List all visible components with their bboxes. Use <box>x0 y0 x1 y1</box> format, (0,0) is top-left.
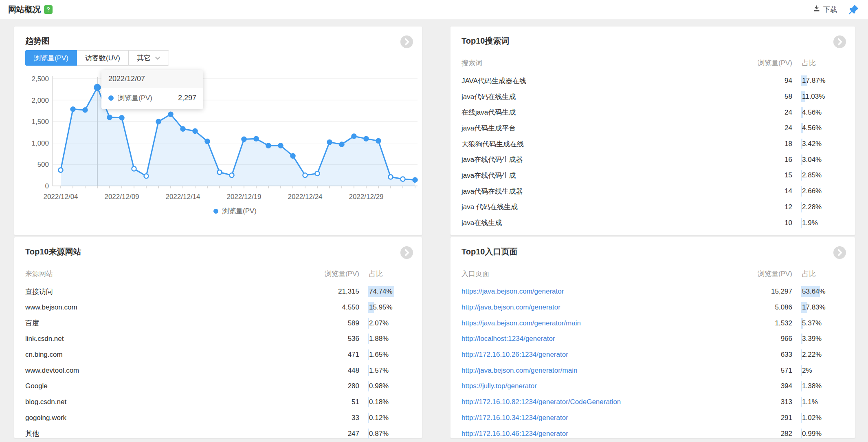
entry-page-link[interactable]: https://java.bejson.com/generator/main <box>461 319 747 327</box>
table-row: http://localhost:1234/generator9663.39% <box>461 331 844 347</box>
data-point[interactable] <box>413 178 418 182</box>
entry-page-link[interactable]: http://172.16.10.34:1234/generator <box>461 414 747 422</box>
pin-icon[interactable] <box>848 5 858 15</box>
data-point[interactable] <box>169 112 173 117</box>
row-pct-value: 2.22% <box>802 351 822 358</box>
entry-page-link[interactable]: https://java.bejson.com/generator <box>461 287 747 296</box>
download-icon <box>813 5 820 14</box>
row-pv-value: 394 <box>747 382 792 390</box>
table-row: java在线代码生成器163.04% <box>461 152 844 168</box>
row-name: java代码在线生成器 <box>461 187 747 196</box>
table-row: http://172.16.10.26:1234/generator6332.2… <box>461 347 844 363</box>
data-point[interactable] <box>83 108 88 112</box>
data-point[interactable] <box>230 173 234 177</box>
row-pct-value: 74.74% <box>369 287 393 295</box>
row-pv-value: 18 <box>747 140 792 148</box>
row-pct-value: 0.99% <box>802 430 822 438</box>
row-pv-value: 536 <box>314 335 359 343</box>
data-point[interactable] <box>156 119 161 124</box>
entry-page-link[interactable]: https://jully.top/generator <box>461 382 747 390</box>
entry-page-link[interactable]: http://172.16.10.46:1234/generator <box>461 430 747 438</box>
row-name: 大狼狗代码生成在线 <box>461 139 747 149</box>
data-point[interactable] <box>218 170 222 175</box>
panel-detail-arrow-icon[interactable] <box>400 246 413 259</box>
row-pct-value: 1.02% <box>802 414 822 422</box>
tab-other-dropdown[interactable]: 其它 <box>128 50 169 66</box>
trend-panel: 趋势图 浏览量(PV) 访客数(UV) 其它 05001,0001,5002,0… <box>14 26 422 235</box>
column-name: 来源网站 <box>25 269 314 278</box>
row-pct-value: 3.42% <box>802 140 822 148</box>
data-point[interactable] <box>401 177 405 181</box>
row-pct-value: 2.07% <box>369 319 389 327</box>
data-point[interactable] <box>144 174 149 178</box>
download-button[interactable]: 下载 <box>813 0 837 19</box>
referrer-panel-title: Top10来源网站 <box>25 246 81 257</box>
help-icon[interactable]: ? <box>44 5 53 14</box>
data-point[interactable] <box>327 140 332 144</box>
row-pct-value: 5.37% <box>802 319 822 327</box>
row-pv-value: 12 <box>747 203 792 211</box>
series-dot-icon <box>108 95 114 101</box>
tab-pv[interactable]: 浏览量(PV) <box>25 50 77 66</box>
data-point[interactable] <box>376 139 381 143</box>
data-point[interactable] <box>108 115 112 119</box>
row-name: JAVA代码生成器在线 <box>461 76 747 86</box>
data-point[interactable] <box>181 127 185 131</box>
column-pv: 浏览量(PV) <box>314 269 359 278</box>
entry-page-link[interactable]: http://localhost:1234/generator <box>461 335 747 343</box>
panel-detail-arrow-icon[interactable] <box>833 246 846 259</box>
data-point[interactable] <box>71 107 75 111</box>
row-pv-value: 313 <box>747 398 792 406</box>
table-row: https://java.bejson.com/generator15,2975… <box>461 284 844 300</box>
data-point[interactable] <box>59 168 63 172</box>
panel-detail-arrow-icon[interactable] <box>400 35 413 48</box>
row-pct-value: 1.38% <box>802 382 822 390</box>
row-name: blog.csdn.net <box>25 398 314 406</box>
entry-page-link[interactable]: http://172.16.10.82:1234/generator/CodeG… <box>461 398 747 406</box>
data-point[interactable] <box>266 144 271 148</box>
entry-page-link[interactable]: http://172.16.10.26:1234/generator <box>461 351 747 359</box>
data-point[interactable] <box>303 173 308 177</box>
row-pct-value: 4.56% <box>802 108 822 116</box>
data-point[interactable] <box>242 137 246 141</box>
data-point[interactable] <box>94 84 101 91</box>
row-pct-value: 1.1% <box>802 398 818 406</box>
chevron-down-icon <box>155 56 160 60</box>
column-pv: 浏览量(PV) <box>747 58 792 68</box>
entry-page-link[interactable]: http://java.bejson.com/generator/main <box>461 367 747 375</box>
table-row: java代码在线生成器142.66% <box>461 183 844 199</box>
legend-label: 浏览量(PV) <box>222 206 257 216</box>
tab-uv[interactable]: 访客数(UV) <box>77 50 129 66</box>
data-point[interactable] <box>389 175 393 179</box>
data-point[interactable] <box>291 154 295 158</box>
row-pv-value: 10 <box>747 219 792 227</box>
y-axis-tick-label: 0 <box>45 182 49 190</box>
row-name: java在线生成 <box>461 218 747 228</box>
data-point[interactable] <box>132 166 136 171</box>
top-search-words-panel: Top10搜索词 搜索词 浏览量(PV) 占比 JAVA代码生成器在线9417.… <box>450 26 855 235</box>
data-point[interactable] <box>364 137 369 141</box>
trend-line-chart: 05001,0001,5002,0002,5002022/12/042022/1… <box>14 71 423 204</box>
table-row: http://java.bejson.com/generator/main571… <box>461 362 844 378</box>
data-point[interactable] <box>205 139 210 144</box>
chart-legend[interactable]: 浏览量(PV) <box>53 206 418 216</box>
table-row: https://java.bejson.com/generator/main1,… <box>461 315 844 331</box>
row-name: 百度 <box>25 318 314 328</box>
column-name: 入口页面 <box>461 269 747 278</box>
y-axis-tick-label: 1,000 <box>31 139 49 147</box>
row-pct-value: 0.87% <box>369 430 389 438</box>
table-row: JAVA代码生成器在线9417.87% <box>461 73 844 89</box>
row-pv-value: 24 <box>747 108 792 117</box>
data-point[interactable] <box>120 115 124 120</box>
data-point[interactable] <box>193 129 198 133</box>
data-point[interactable] <box>315 171 320 176</box>
entry-page-link[interactable]: http://java.bejson.com/generator <box>461 303 747 312</box>
data-point[interactable] <box>279 144 283 148</box>
table-row: http://172.16.10.46:1234/generator2820.9… <box>461 426 844 442</box>
data-point[interactable] <box>254 137 259 141</box>
data-point[interactable] <box>352 134 356 138</box>
panel-detail-arrow-icon[interactable] <box>833 35 846 48</box>
search-panel-title: Top10搜索词 <box>461 35 509 46</box>
row-pct-value: 3.04% <box>802 156 822 164</box>
data-point[interactable] <box>340 142 344 146</box>
